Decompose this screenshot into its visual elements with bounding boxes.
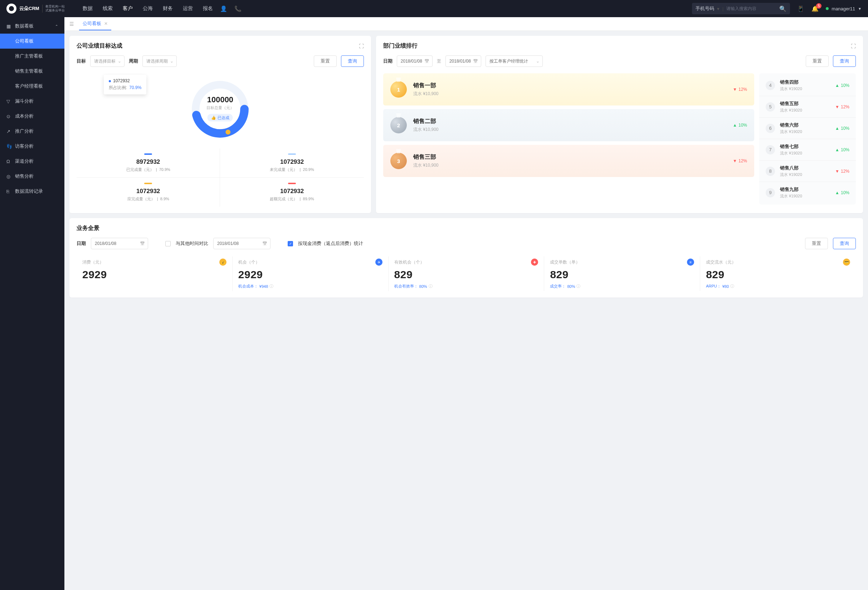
rank-top-item[interactable]: 3 销售三部流水 ¥10,900 ▼12% xyxy=(383,145,754,177)
expand-icon[interactable]: ⛶ xyxy=(359,43,364,49)
user-menu[interactable]: manager11 ▼ xyxy=(826,6,862,12)
pct-change: ▼ 12% xyxy=(835,104,849,109)
pct-change: ▲ 10% xyxy=(835,190,849,195)
rank-number: 6 xyxy=(766,124,775,133)
topnav-item[interactable]: 数据 xyxy=(83,4,93,13)
username: manager11 xyxy=(831,6,855,12)
search-icon[interactable]: 🔍 xyxy=(779,5,787,12)
query-button[interactable]: 查询 xyxy=(341,56,364,67)
panel-title: 公司业绩目标达成 xyxy=(77,42,123,50)
period-label: 周期 xyxy=(129,58,138,64)
rank-row[interactable]: 8 销售八部流水 ¥19020 ▼ 12% xyxy=(759,160,856,182)
metric-icon: 💳 xyxy=(843,259,850,266)
query-button[interactable]: 查询 xyxy=(833,56,856,67)
date-from-input[interactable]: 2018/01/08 xyxy=(397,56,433,67)
expand-icon[interactable]: ⛶ xyxy=(851,43,856,49)
close-icon[interactable]: ✕ xyxy=(104,21,108,26)
sidebar-group-dashboard[interactable]: ▦ 数据看板 ⌃ xyxy=(0,19,64,34)
notification-icon[interactable]: 🔔5 xyxy=(812,5,819,12)
phone-icon[interactable]: 📞 xyxy=(234,5,242,12)
tab-company-board[interactable]: 公司看板 ✕ xyxy=(79,17,111,30)
menu-icon: ⊙ xyxy=(6,114,12,119)
topnav-item[interactable]: 财务 xyxy=(163,4,173,13)
cash-checkbox[interactable]: ✓ xyxy=(288,241,293,246)
reset-button[interactable]: 重置 xyxy=(314,56,337,67)
compare-checkbox[interactable] xyxy=(165,241,171,246)
date-compare-input[interactable]: 2018/01/08 xyxy=(213,238,270,249)
rank-top-item[interactable]: 1 销售一部流水 ¥10,900 ▼12% xyxy=(383,73,754,106)
user-icon[interactable]: 👤 xyxy=(220,5,227,12)
sidebar-item[interactable]: Ω渠道分析 xyxy=(0,154,64,169)
sidebar-item[interactable]: 销售主管看板 xyxy=(0,64,64,79)
pct-change: ▼ 12% xyxy=(835,169,849,174)
target-select[interactable]: 请选择目标 xyxy=(90,56,124,67)
sidebar-item[interactable]: ↗推广分析 xyxy=(0,124,64,139)
rank-row[interactable]: 5 销售五部流水 ¥19020 ▼ 12% xyxy=(759,96,856,117)
rank-row[interactable]: 6 销售六部流水 ¥19020 ▲ 10% xyxy=(759,117,856,139)
rank-row[interactable]: 7 销售七部流水 ¥19020 ▲ 10% xyxy=(759,139,856,160)
metric-icon: 💰 xyxy=(219,259,226,266)
sidebar-item[interactable]: ▽漏斗分析 xyxy=(0,94,64,109)
mobile-icon[interactable]: 📱 xyxy=(797,5,804,12)
help-icon[interactable]: ⓘ xyxy=(730,284,734,289)
arrow-icon: ▼ xyxy=(733,87,737,92)
rank-number: 5 xyxy=(766,102,775,112)
arrow-icon: ▲ xyxy=(835,83,839,88)
date-input[interactable]: 2018/01/08 xyxy=(91,238,148,249)
topnav-item[interactable]: 客户 xyxy=(123,4,133,13)
topnav-item[interactable]: 报名 xyxy=(203,4,213,13)
menu-icon: 👣 xyxy=(6,144,12,149)
medal-icon: 1 xyxy=(390,81,407,98)
search-type-select[interactable]: 手机号码 xyxy=(695,5,714,12)
sidebar-item[interactable]: 推广主管看板 xyxy=(0,49,64,64)
logo[interactable]: 云朵CRM 教育机构一站式服务云平台 xyxy=(6,4,65,13)
panel-title: 部门业绩排行 xyxy=(383,42,418,50)
status-dot-icon xyxy=(826,7,829,10)
pct-change: ▲ 10% xyxy=(835,126,849,131)
pct-change: ▼12% xyxy=(733,87,747,92)
stat-mode-select[interactable]: 按工单客户经理统计 xyxy=(486,56,543,67)
query-button[interactable]: 查询 xyxy=(833,238,856,249)
sidebar-item[interactable]: ⎘数据流转记录 xyxy=(0,184,64,199)
rank-number: 9 xyxy=(766,188,775,197)
logo-text: 云朵CRM xyxy=(19,5,39,12)
arrow-icon: ▼ xyxy=(733,158,737,163)
metric-icon: ✈ xyxy=(375,259,382,266)
rank-top-item[interactable]: 2 销售二部流水 ¥10,900 ▲10% xyxy=(383,109,754,141)
sidebar-item[interactable]: 👣访客分析 xyxy=(0,139,64,154)
period-select[interactable]: 请选择周期 xyxy=(142,56,177,67)
rank-row[interactable]: 9 销售九部流水 ¥19020 ▲ 10% xyxy=(759,182,856,203)
overview-card: 有效机会（个）✚ 829机会有效率：80% ⓘ xyxy=(388,256,544,291)
reset-button[interactable]: 重置 xyxy=(806,56,829,67)
chevron-up-icon: ⌃ xyxy=(55,24,58,28)
top-nav: 数据线索客户公海财务运营报名 xyxy=(83,4,213,13)
pct-change: ▲ 10% xyxy=(835,83,849,88)
search-input[interactable] xyxy=(726,6,776,11)
rank-number: 4 xyxy=(766,81,775,90)
topnav-item[interactable]: 公海 xyxy=(143,4,153,13)
svg-point-2 xyxy=(226,129,231,134)
search-bar: 手机号码 ▾ | 🔍 xyxy=(692,3,790,14)
achieved-badge: 👍已达成 xyxy=(208,114,233,122)
panel-dept-ranking: 部门业绩排行 ⛶ 日期 2018/01/08 至 2018/01/08 按工单客… xyxy=(376,36,863,213)
sidebar-item[interactable]: ◎销售分析 xyxy=(0,169,64,184)
metric-icon: ≡ xyxy=(687,259,694,266)
rank-row[interactable]: 4 销售四部流水 ¥19020 ▲ 10% xyxy=(759,75,856,96)
help-icon[interactable]: ⓘ xyxy=(429,284,433,289)
sidebar-item[interactable]: 公司看板 xyxy=(0,34,64,49)
help-icon[interactable]: ⓘ xyxy=(269,284,273,289)
sidebar-item[interactable]: 客户经理看板 xyxy=(0,79,64,94)
arrow-icon: ▼ xyxy=(835,169,839,174)
topnav-item[interactable]: 线索 xyxy=(103,4,113,13)
date-to-input[interactable]: 2018/01/08 xyxy=(446,56,481,67)
chart-tooltip: 1072932 所占比例:70.9% xyxy=(104,75,146,94)
sidebar-item[interactable]: ⊙成本分析 xyxy=(0,109,64,124)
medal-icon: 2 xyxy=(390,117,407,133)
topnav-item[interactable]: 运营 xyxy=(183,4,193,13)
arrow-icon: ▲ xyxy=(835,147,839,152)
collapse-sidebar-icon[interactable]: ☰ xyxy=(69,21,74,27)
reset-button[interactable]: 重置 xyxy=(805,238,828,249)
help-icon[interactable]: ⓘ xyxy=(576,284,580,289)
overview-card: 成交流水（元）💳 829ARPU：¥80 ⓘ xyxy=(700,256,856,291)
pct-change: ▲ 10% xyxy=(835,147,849,152)
